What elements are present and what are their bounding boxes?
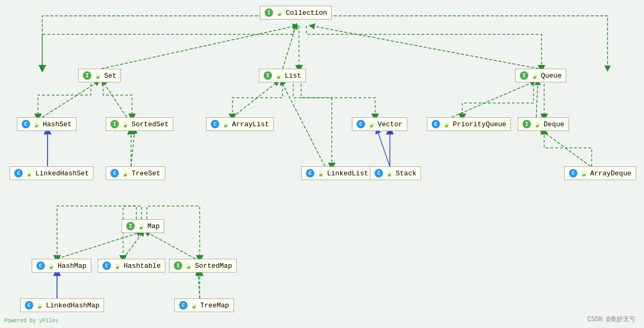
icon-c-stack: C bbox=[375, 169, 383, 177]
icon-c-arraydeque: C bbox=[569, 169, 577, 177]
powered-by: Powered by yFiles bbox=[4, 318, 58, 324]
icon-i-sortedmap: I bbox=[174, 261, 182, 270]
node-treemap: C 🍃 TreeMap bbox=[174, 298, 234, 312]
leaf-map: 🍃 bbox=[137, 223, 145, 230]
icon-c-hashset: C bbox=[22, 120, 30, 128]
node-vector: C 🍃 Vector bbox=[352, 117, 407, 131]
leaf-set: 🍃 bbox=[94, 72, 101, 79]
svg-line-2 bbox=[101, 26, 296, 69]
svg-line-3 bbox=[283, 26, 296, 69]
node-hashtable: C 🍃 Hashtable bbox=[98, 259, 165, 273]
label-priorityqueue: PriorityQueue bbox=[453, 120, 506, 128]
label-arraylist: ArrayList bbox=[232, 120, 269, 128]
leaf-vector: 🍃 bbox=[368, 121, 375, 128]
leaf-list: 🍃 bbox=[275, 72, 282, 79]
leaf-hashtable: 🍃 bbox=[114, 263, 121, 269]
node-sortedmap: I 🍃 SortedMap bbox=[169, 259, 237, 273]
leaf-hashmap: 🍃 bbox=[48, 263, 55, 269]
svg-line-7 bbox=[232, 82, 277, 117]
icon-i-queue: I bbox=[520, 71, 528, 80]
icon-i-sortedset: I bbox=[110, 120, 119, 128]
label-queue: Queue bbox=[541, 72, 562, 80]
node-priorityqueue: C 🍃 PriorityQueue bbox=[427, 117, 511, 131]
label-sortedmap: SortedMap bbox=[195, 262, 232, 270]
connections-svg bbox=[0, 0, 644, 328]
diagram-container: I 🍃 Collection I 🍃 Set I 🍃 List I 🍃 Queu… bbox=[0, 0, 644, 328]
label-treeset: TreeSet bbox=[132, 170, 161, 177]
label-sortedset: SortedSet bbox=[132, 120, 169, 128]
node-list: I 🍃 List bbox=[259, 69, 306, 82]
icon-c-arraylist: C bbox=[211, 120, 219, 128]
svg-line-8 bbox=[282, 82, 325, 166]
svg-line-16 bbox=[123, 232, 143, 259]
icon-c-linkedhashset: C bbox=[14, 169, 23, 177]
svg-line-19 bbox=[198, 272, 200, 298]
svg-line-15 bbox=[57, 232, 140, 259]
node-sortedset: I 🍃 SortedSet bbox=[106, 117, 173, 131]
node-treeset: C 🍃 TreeSet bbox=[106, 166, 165, 180]
icon-c-hashtable: C bbox=[102, 261, 111, 270]
label-vector: Vector bbox=[378, 120, 403, 128]
label-hashset: HashSet bbox=[43, 120, 72, 128]
label-deque: Deque bbox=[544, 120, 564, 128]
icon-c-treemap: C bbox=[179, 301, 188, 310]
icon-c-hashmap: C bbox=[36, 261, 45, 270]
watermark: CSDN @奥妙无亏 bbox=[587, 315, 636, 324]
leaf-deque: 🍃 bbox=[534, 121, 541, 128]
label-collection: Collection bbox=[286, 9, 327, 17]
leaf-linkedhashmap: 🍃 bbox=[36, 302, 43, 309]
node-linkedhashset: C 🍃 LinkedHashSet bbox=[10, 166, 94, 180]
label-set: Set bbox=[104, 72, 116, 80]
leaf-queue: 🍃 bbox=[531, 72, 538, 79]
node-set: I 🍃 Set bbox=[78, 69, 121, 82]
svg-line-12 bbox=[131, 130, 135, 166]
node-deque: I 🍃 Deque bbox=[518, 117, 569, 131]
leaf-arraydeque: 🍃 bbox=[580, 170, 587, 177]
svg-line-9 bbox=[452, 82, 534, 117]
svg-line-14 bbox=[542, 130, 591, 166]
icon-c-priorityqueue: C bbox=[432, 120, 440, 128]
leaf-sortedset: 🍃 bbox=[122, 121, 129, 128]
node-arraylist: C 🍃 ArrayList bbox=[206, 117, 274, 131]
label-hashmap: HashMap bbox=[58, 262, 87, 270]
icon-c-linkedlist: C bbox=[306, 169, 314, 177]
leaf-sortedmap: 🍃 bbox=[185, 263, 192, 269]
node-hashset: C 🍃 HashSet bbox=[17, 117, 77, 131]
label-list: List bbox=[285, 72, 301, 80]
node-linkedhashmap: C 🍃 LinkedHashMap bbox=[20, 298, 104, 312]
svg-line-6 bbox=[103, 82, 127, 117]
leaf-priorityqueue: 🍃 bbox=[443, 121, 450, 128]
label-stack: Stack bbox=[396, 170, 416, 177]
leaf-linkedhashset: 🍃 bbox=[25, 170, 33, 177]
leaf-linkedlist: 🍃 bbox=[317, 170, 324, 177]
icon-c-treeset: C bbox=[110, 169, 119, 177]
node-hashmap: C 🍃 HashMap bbox=[32, 259, 91, 273]
icon-i-deque: I bbox=[522, 120, 531, 128]
label-treemap: TreeMap bbox=[200, 302, 229, 310]
svg-line-17 bbox=[147, 232, 195, 259]
icon-i-list: I bbox=[264, 71, 272, 80]
label-linkedlist: LinkedList bbox=[327, 170, 368, 177]
node-arraydeque: C 🍃 ArrayDeque bbox=[564, 166, 636, 180]
icon-c-vector: C bbox=[357, 120, 365, 128]
leaf-arraylist: 🍃 bbox=[222, 121, 229, 128]
icon-i-map: I bbox=[126, 222, 135, 230]
node-map: I 🍃 Map bbox=[122, 219, 164, 233]
node-linkedlist: C 🍃 LinkedList bbox=[301, 166, 373, 180]
icon-i-collection: I bbox=[265, 8, 273, 17]
arrows-svg bbox=[0, 0, 644, 328]
svg-line-10 bbox=[536, 82, 538, 117]
leaf-treemap: 🍃 bbox=[190, 302, 198, 309]
leaf-collection: 🍃 bbox=[276, 10, 283, 16]
label-arraydeque: ArrayDeque bbox=[590, 170, 631, 177]
label-linkedhashmap: LinkedHashMap bbox=[46, 302, 99, 310]
node-stack: C 🍃 Stack bbox=[370, 166, 421, 180]
label-map: Map bbox=[147, 222, 160, 230]
label-hashtable: Hashtable bbox=[124, 262, 161, 270]
svg-line-13 bbox=[377, 130, 390, 166]
label-linkedhashset: LinkedHashSet bbox=[35, 170, 89, 177]
node-queue: I 🍃 Queue bbox=[515, 69, 566, 82]
leaf-stack: 🍃 bbox=[386, 170, 393, 177]
svg-line-5 bbox=[42, 82, 98, 117]
leaf-treeset: 🍃 bbox=[122, 170, 129, 177]
